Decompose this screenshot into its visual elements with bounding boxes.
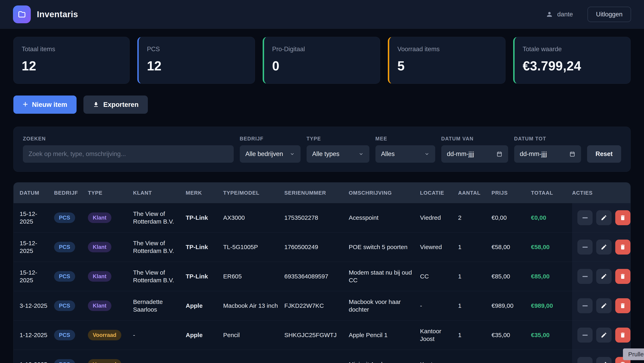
cell-klant: Bernadette Saarloos — [133, 293, 186, 318]
type-select-value: Alle types — [312, 150, 340, 158]
cell-serienummer — [284, 360, 349, 363]
cell-totaal — [531, 360, 572, 363]
cell-klant: The View of Rotterdam B.V. — [133, 264, 186, 289]
column-header-merk: MERK — [186, 190, 223, 196]
decrease-quantity-button[interactable] — [577, 328, 592, 343]
cell-type-model: Pencil — [223, 326, 284, 344]
column-header-datum: DATUM — [20, 190, 54, 196]
delete-button[interactable] — [615, 269, 630, 284]
stat-label: Pro-Digitaal — [272, 45, 372, 53]
stat-value: 12 — [147, 58, 246, 73]
cell-locatie: CC — [420, 268, 458, 285]
decrease-quantity-button[interactable] — [577, 269, 592, 284]
cell-merk: TP-Link — [186, 238, 223, 256]
delete-button[interactable] — [615, 210, 630, 225]
minus-icon — [582, 247, 588, 248]
decrease-quantity-button[interactable] — [577, 210, 592, 225]
cell-datum: 15-12-2025 — [20, 264, 54, 289]
cell-locatie: Kantoor Joost — [420, 323, 458, 348]
cell-bedrijf: PCS — [54, 237, 88, 257]
logout-button[interactable]: Uitloggen — [588, 7, 631, 22]
bedrijf-badge: PCS — [54, 359, 75, 363]
minus-icon — [582, 305, 588, 306]
date-from-label: DATUM VAN — [441, 136, 508, 142]
cell-omschrijving: Macbook voor haar dochter — [349, 293, 420, 318]
decrease-quantity-button[interactable] — [577, 240, 592, 255]
date-to-input[interactable]: dd-mm-jjjj — [514, 145, 581, 163]
pencil-icon — [601, 273, 607, 280]
cell-bedrijf: PCS — [54, 266, 88, 287]
company-group: BEDRIJF Alle bedrijven — [240, 136, 300, 163]
cell-type-model — [223, 360, 284, 363]
edit-button[interactable] — [596, 357, 612, 363]
calendar-icon[interactable] — [496, 151, 502, 157]
cell-serienummer: 1760500249 — [284, 238, 349, 256]
cell-type: Voorraad — [88, 325, 133, 345]
stat-value: 5 — [397, 58, 497, 73]
reset-button[interactable]: Reset — [587, 145, 621, 163]
cell-aantal: 1 — [458, 238, 492, 256]
cell-prijs: €35,00 — [492, 326, 531, 344]
decrease-quantity-button[interactable] — [577, 357, 592, 363]
type-select[interactable]: Alle types — [306, 145, 370, 163]
plus-icon: + — [23, 100, 28, 109]
chevron-down-icon — [358, 151, 364, 157]
inventory-table: DATUM BEDRIJF TYPE KLANT MERK TYPE/MODEL… — [13, 182, 631, 363]
table-row: 15-12-2025 PCS Klant The View of Rotterd… — [14, 233, 630, 262]
mee-select[interactable]: Alles — [376, 145, 435, 163]
cell-serienummer: 6935364089597 — [284, 268, 349, 285]
delete-button[interactable] — [615, 328, 630, 343]
edit-button[interactable] — [596, 269, 612, 284]
cell-prijs: €85,00 — [492, 268, 531, 285]
cell-bedrijf: PCS — [54, 208, 88, 228]
mee-label: MEE — [376, 136, 435, 142]
column-header-aantal: AANTAL — [458, 190, 492, 196]
search-group: ZOEKEN — [23, 136, 234, 163]
pencil-icon — [601, 244, 607, 250]
pencil-icon — [601, 303, 607, 309]
delete-button[interactable] — [615, 298, 630, 313]
cell-datum: 1-12-2025 — [20, 326, 54, 344]
column-header-serienummer: SERIENUMMER — [284, 190, 349, 196]
toolbar: + Nieuw item Exporteren — [13, 95, 631, 114]
calendar-icon[interactable] — [569, 151, 575, 157]
search-input[interactable] — [28, 150, 228, 158]
delete-button[interactable] — [615, 240, 630, 255]
edit-button[interactable] — [596, 210, 612, 225]
edit-button[interactable] — [596, 298, 612, 313]
table-header-row: DATUM BEDRIJF TYPE KLANT MERK TYPE/MODEL… — [14, 183, 630, 203]
cell-serienummer: SHKGJC25FGWTJ — [284, 326, 349, 344]
edit-button[interactable] — [596, 328, 612, 343]
new-item-button[interactable]: + Nieuw item — [13, 95, 76, 114]
cell-acties — [572, 262, 630, 291]
company-select[interactable]: Alle bedrijven — [240, 145, 300, 163]
cell-type: Voorraad — [88, 354, 133, 363]
type-badge: Klant — [88, 212, 112, 223]
stat-value: 12 — [22, 58, 121, 73]
chevron-down-icon — [290, 151, 295, 157]
export-label: Exporteren — [103, 101, 138, 108]
pencil-icon — [601, 361, 607, 363]
cell-serienummer: FJKD22W7KC — [284, 297, 349, 315]
export-button[interactable]: Exporteren — [84, 95, 148, 114]
stat-card-pcs: PCS 12 — [137, 37, 255, 84]
edit-button[interactable] — [596, 240, 612, 255]
cell-datum: 15-12-2025 — [20, 235, 54, 260]
type-badge: Voorraad — [88, 359, 121, 363]
date-from-input[interactable]: dd-mm-jjjj — [441, 145, 508, 163]
bedrijf-badge: PCS — [54, 330, 75, 340]
brand: Inventaris — [13, 5, 78, 23]
cell-aantal: 1 — [458, 297, 492, 315]
stat-label: Totale waarde — [523, 45, 622, 53]
decrease-quantity-button[interactable] — [577, 298, 592, 313]
trash-icon — [620, 332, 626, 338]
cell-bedrijf: PCS — [54, 325, 88, 345]
user-icon — [546, 11, 553, 18]
search-field — [23, 145, 234, 163]
cell-merk: TP-Link — [186, 268, 223, 285]
column-header-totaal: TOTAAL — [531, 190, 572, 196]
cell-datum: 15-12-2025 — [20, 205, 54, 230]
minus-icon — [582, 335, 588, 336]
cell-acties — [572, 291, 630, 320]
column-header-prijs: PRIJS — [492, 190, 531, 196]
